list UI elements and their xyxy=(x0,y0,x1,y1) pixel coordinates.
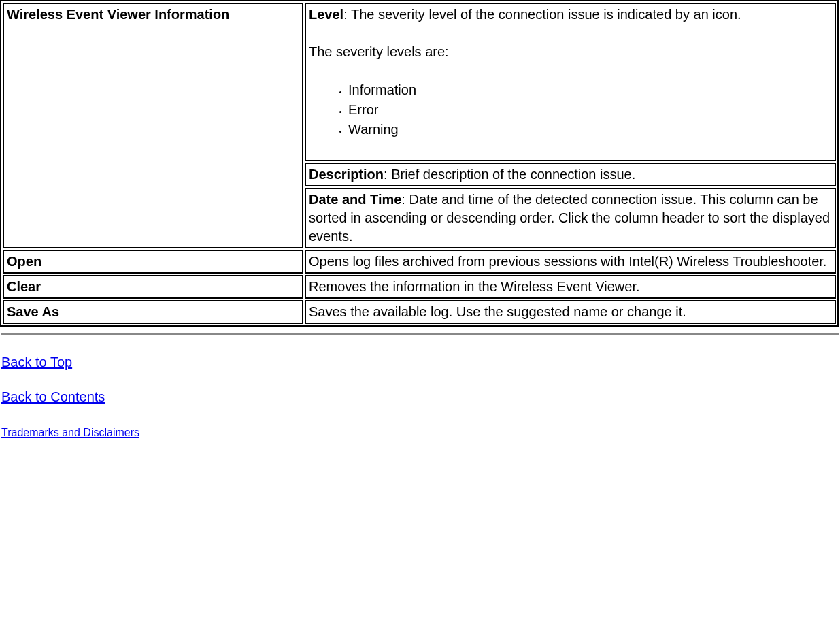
cell-clear: Removes the information in the Wireless … xyxy=(305,275,836,299)
link-back-to-top[interactable]: Back to Top xyxy=(1,355,72,370)
text-description: : Brief description of the connection is… xyxy=(384,167,635,182)
row-header-open: Open xyxy=(3,250,303,274)
cell-saveas: Saves the available log. Use the suggest… xyxy=(305,300,836,324)
info-table: Wireless Event Viewer Information Level:… xyxy=(0,0,839,327)
divider xyxy=(1,333,839,335)
text-level: : The severity level of the connection i… xyxy=(343,7,741,22)
text-severity-levels: The severity levels are: xyxy=(309,43,832,61)
list-item: Warning xyxy=(348,120,832,140)
list-item: Information xyxy=(348,80,832,100)
link-back-to-contents[interactable]: Back to Contents xyxy=(1,389,105,404)
row-header-saveas: Save As xyxy=(3,300,303,324)
label-datetime: Date and Time xyxy=(309,192,401,207)
row-header-wireless-event-viewer: Wireless Event Viewer Information xyxy=(3,3,303,248)
list-item: Error xyxy=(348,100,832,120)
cell-datetime: Date and Time: Date and time of the dete… xyxy=(305,188,836,248)
cell-description: Description: Brief description of the co… xyxy=(305,163,836,186)
label-level: Level xyxy=(309,7,343,22)
label-description: Description xyxy=(309,167,384,182)
footer-links: Back to Top Back to Contents Trademarks … xyxy=(0,355,840,440)
link-trademarks[interactable]: Trademarks and Disclaimers xyxy=(1,427,139,438)
cell-level: Level: The severity level of the connect… xyxy=(305,3,836,161)
row-header-clear: Clear xyxy=(3,275,303,299)
list-severity-levels: Information Error Warning xyxy=(309,80,832,140)
cell-open: Opens log files archived from previous s… xyxy=(305,250,836,274)
